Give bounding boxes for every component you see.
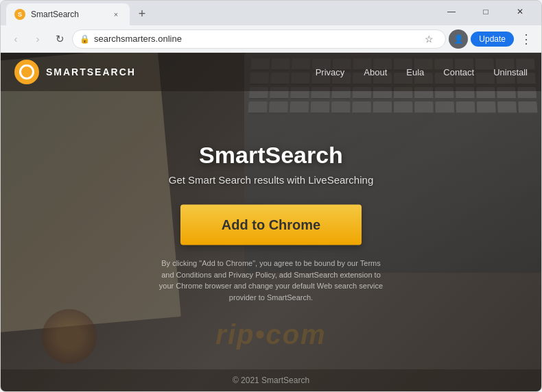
site-footer: © 2021 SmartSearch	[1, 369, 541, 391]
background-coffee	[42, 309, 97, 364]
close-window-button[interactable]: ✕	[504, 1, 536, 23]
site-nav: Privacy About Eula Contact Uninstall	[316, 67, 528, 77]
browser-toolbar: ‹ › ↻ 🔒 searchsmarters.online ☆ 👤 Update…	[1, 25, 541, 53]
page-content: rip•com SMARTSEARCH Privacy About Eula C…	[1, 53, 541, 391]
forward-button[interactable]: ›	[28, 29, 47, 49]
footer-text: © 2021 SmartSearch	[233, 376, 309, 385]
nav-privacy[interactable]: Privacy	[316, 67, 345, 77]
add-to-chrome-button[interactable]: Add to Chrome	[180, 205, 362, 245]
watermark: rip•com	[215, 319, 326, 350]
reload-button[interactable]: ↻	[50, 29, 69, 49]
url-text: searchsmarters.online	[94, 34, 415, 44]
minimize-button[interactable]: —	[436, 1, 467, 23]
bookmark-button[interactable]: ☆	[419, 29, 438, 49]
disclaimer-text: By clicking "Add to Chrome", you agree t…	[154, 258, 388, 303]
site-header: SMARTSEARCH Privacy About Eula Contact U…	[1, 53, 541, 91]
nav-uninstall[interactable]: Uninstall	[493, 67, 528, 77]
nav-contact[interactable]: Contact	[443, 67, 474, 77]
tab-favicon: S	[14, 9, 25, 20]
tab-title: SmartSearch	[31, 10, 105, 19]
browser-window: S SmartSearch × + — □ ✕ ‹ › ↻ 🔒 searchsm…	[0, 0, 542, 392]
tab-close-button[interactable]: ×	[110, 9, 121, 20]
logo-text: SMARTSEARCH	[46, 66, 136, 77]
window-controls: — □ ✕	[436, 3, 536, 23]
hero-subtitle: Get Smart Search results with LiveSearch…	[1, 174, 541, 186]
logo-inner-circle	[19, 64, 34, 79]
profile-button[interactable]: 👤	[449, 29, 468, 49]
site-logo: SMARTSEARCH	[14, 60, 136, 84]
nav-about[interactable]: About	[364, 67, 387, 77]
maximize-button[interactable]: □	[470, 1, 502, 23]
hero-title: SmartSearch	[1, 142, 541, 169]
more-options-button[interactable]: ⋮	[517, 29, 536, 49]
address-bar[interactable]: 🔒 searchsmarters.online ☆	[72, 29, 446, 49]
hero-section: SmartSearch Get Smart Search results wit…	[1, 142, 541, 303]
new-tab-button[interactable]: +	[132, 4, 152, 23]
back-button[interactable]: ‹	[6, 29, 25, 49]
update-button[interactable]: Update	[471, 32, 514, 47]
lock-icon: 🔒	[80, 34, 90, 44]
browser-tab[interactable]: S SmartSearch ×	[6, 3, 130, 25]
title-bar: S SmartSearch × + — □ ✕	[1, 1, 541, 25]
logo-icon	[14, 60, 39, 84]
nav-eula[interactable]: Eula	[406, 67, 424, 77]
